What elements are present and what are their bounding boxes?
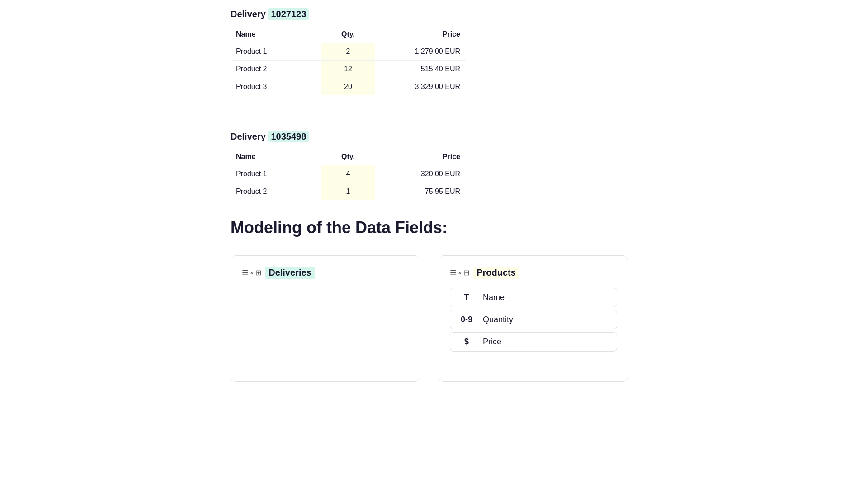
card-label-products: Products [473, 267, 519, 279]
col-header-name-2: Name [231, 149, 321, 165]
table-icon-products: ⊟ [463, 268, 469, 277]
delivery-title-2: Delivery 1035498 [231, 131, 309, 142]
cell-name: Product 1 [231, 165, 321, 183]
table-row: Product 2 1 75,95 EUR [231, 183, 466, 201]
close-icon-deliveries: × [250, 269, 254, 277]
field-row: $ Price [450, 332, 617, 352]
field-icon: T [458, 293, 476, 302]
field-icon: $ [458, 337, 476, 347]
list-icon-products: ☰ [450, 268, 456, 277]
col-header-qty-1: Qty. [321, 27, 375, 43]
cell-name: Product 3 [231, 78, 321, 96]
modeling-section: Modeling of the Data Fields: ☰ × ⊞ Deliv… [231, 218, 637, 382]
list-icon-deliveries: ☰ [242, 268, 248, 277]
table-row: Product 1 4 320,00 EUR [231, 165, 466, 183]
model-card-products: ☰ × ⊟ Products T Name 0-9 Quantity $ Pri… [439, 255, 628, 382]
close-icon-products: × [458, 269, 462, 277]
model-card-icons-deliveries: ☰ × ⊞ [242, 268, 261, 277]
delivery-table-1: Name Qty. Price Product 1 2 1.279,00 EUR… [231, 27, 466, 95]
delivery-section-1: Delivery 1027123 Name Qty. Price Product… [231, 9, 637, 95]
delivery-section-2: Delivery 1035498 Name Qty. Price Product… [231, 131, 637, 200]
cell-qty: 4 [321, 165, 375, 183]
cell-name: Product 2 [231, 183, 321, 201]
table-icon-deliveries: ⊞ [255, 268, 261, 277]
delivery-title-1: Delivery 1027123 [231, 9, 309, 19]
cell-qty: 12 [321, 61, 375, 78]
card-label-deliveries: Deliveries [265, 267, 315, 279]
table-row: Product 1 2 1.279,00 EUR [231, 43, 466, 61]
field-name: Quantity [483, 315, 513, 324]
cell-qty: 1 [321, 183, 375, 201]
model-card-header-deliveries: ☰ × ⊞ Deliveries [242, 267, 409, 279]
field-icon: 0-9 [458, 315, 476, 324]
model-card-icons-products: ☰ × ⊟ [450, 268, 469, 277]
table-row: Product 2 12 515,40 EUR [231, 61, 466, 78]
cell-name: Product 2 [231, 61, 321, 78]
col-header-name-1: Name [231, 27, 321, 43]
col-header-qty-2: Qty. [321, 149, 375, 165]
cell-price: 515,40 EUR [375, 61, 466, 78]
table-row: Product 3 20 3.329,00 EUR [231, 78, 466, 96]
cell-price: 75,95 EUR [375, 183, 466, 201]
col-header-price-2: Price [375, 149, 466, 165]
field-name: Name [483, 293, 505, 302]
modeling-cards: ☰ × ⊞ Deliveries ☰ × ⊟ Products [231, 255, 637, 382]
cell-price: 320,00 EUR [375, 165, 466, 183]
cell-price: 3.329,00 EUR [375, 78, 466, 96]
delivery-table-2: Name Qty. Price Product 1 4 320,00 EUR P… [231, 149, 466, 200]
model-card-header-products: ☰ × ⊟ Products [450, 267, 617, 279]
cell-qty: 20 [321, 78, 375, 96]
cell-price: 1.279,00 EUR [375, 43, 466, 61]
separator-1 [231, 113, 637, 131]
modeling-title: Modeling of the Data Fields: [231, 218, 637, 237]
field-row: 0-9 Quantity [450, 310, 617, 329]
field-name: Price [483, 337, 501, 347]
cell-qty: 2 [321, 43, 375, 61]
page-container: Delivery 1027123 Name Qty. Price Product… [212, 0, 656, 488]
field-rows-products: T Name 0-9 Quantity $ Price [450, 288, 617, 352]
cell-name: Product 1 [231, 43, 321, 61]
col-header-price-1: Price [375, 27, 466, 43]
model-card-deliveries: ☰ × ⊞ Deliveries [231, 255, 420, 382]
field-row: T Name [450, 288, 617, 307]
